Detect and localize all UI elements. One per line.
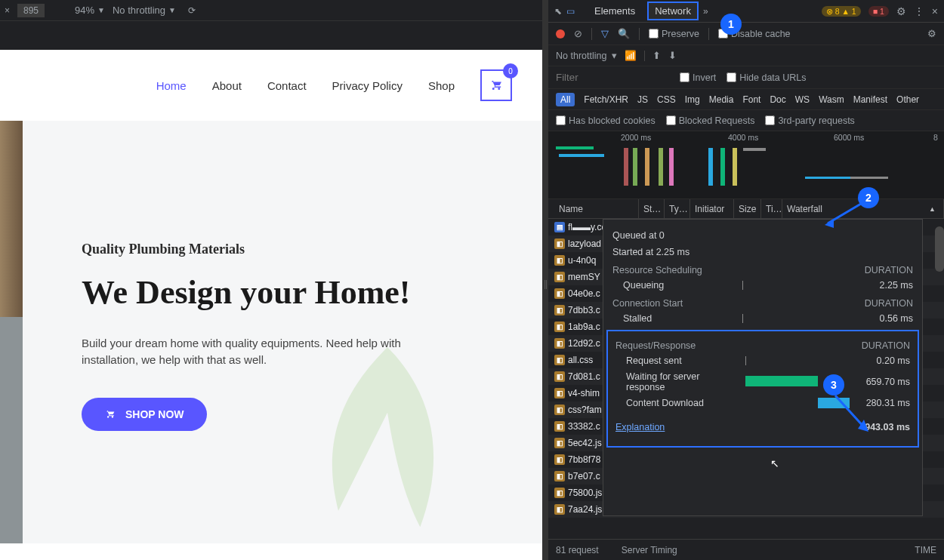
tick-4000: 4000 ms: [728, 133, 758, 142]
throttle-dropdown[interactable]: No throttling ▼: [113, 5, 176, 16]
cta-label: SHOP NOW: [125, 408, 184, 420]
queueing-value: 2.25 ms: [880, 280, 913, 291]
overview-timeline[interactable]: 2000 ms 4000 ms 6000 ms 8: [548, 131, 944, 199]
stylesheet-icon: ◧: [554, 322, 565, 332]
nav-about[interactable]: About: [212, 79, 242, 92]
type-doc[interactable]: Doc: [770, 94, 785, 105]
viewport-topbar: × 895 94% ▼ No throttling ▼ ⟳: [0, 0, 542, 21]
download-icon[interactable]: ⬇: [668, 50, 677, 61]
stylesheet-icon: ◧: [554, 421, 565, 432]
type-all[interactable]: All: [556, 93, 575, 106]
tick-2000: 2000 ms: [621, 133, 651, 142]
clear-icon[interactable]: ⊘: [574, 28, 582, 39]
kebab-icon[interactable]: ⋮: [914, 5, 924, 17]
cursor-icon: ↖: [770, 457, 779, 469]
annotation-2: 2: [858, 187, 879, 208]
gear-icon[interactable]: ⚙: [896, 5, 906, 17]
server-timing-label: Server Timing: [599, 545, 915, 555]
arrow-icon: [832, 392, 878, 438]
more-tabs-icon[interactable]: »: [703, 6, 708, 17]
stalled-value: 0.56 ms: [880, 313, 913, 324]
hero-side-image-2: [0, 317, 23, 543]
rotate-icon[interactable]: ⟳: [188, 5, 196, 16]
annotation-1: 1: [720, 14, 742, 35]
close-icon[interactable]: ×: [5, 5, 10, 16]
stylesheet-icon: ◧: [554, 288, 565, 299]
script-icon: ◧: [554, 454, 565, 465]
blocked-cookies-checkbox[interactable]: Has blocked cookies: [556, 115, 656, 126]
close-devtools-icon[interactable]: ×: [932, 5, 938, 17]
network-settings-icon[interactable]: ⚙: [927, 28, 936, 39]
explanation-link[interactable]: Explanation: [615, 422, 665, 432]
site-nav: Home About Contact Privacy Policy Shop 0: [0, 50, 542, 121]
time-label: TIME: [915, 545, 936, 555]
resource-scheduling-label: Resource Scheduling: [612, 265, 702, 275]
hide-urls-checkbox[interactable]: Hide data URLs: [727, 72, 806, 83]
leaf-decoration: [301, 347, 474, 543]
col-name[interactable]: Name: [554, 199, 639, 218]
warnings-badge[interactable]: ⊗ 8 ▲ 1: [822, 6, 861, 17]
stylesheet-icon: ◧: [554, 371, 565, 382]
script-icon: ◧: [554, 488, 565, 498]
width-input[interactable]: 895: [17, 4, 45, 17]
filter-icon[interactable]: ▽: [601, 28, 609, 39]
type-wasm[interactable]: Wasm: [819, 94, 844, 105]
col-time[interactable]: Ti…: [761, 199, 782, 218]
type-js[interactable]: JS: [637, 94, 648, 105]
errors-badge[interactable]: ■ 1: [868, 6, 889, 17]
annotation-3: 3: [823, 374, 844, 395]
document-icon: ▤: [554, 222, 565, 232]
blocked-requests-checkbox[interactable]: Blocked Requests: [666, 115, 755, 126]
waiting-label: Waiting for server response: [626, 371, 724, 392]
type-font[interactable]: Font: [742, 94, 760, 105]
col-size[interactable]: Size: [734, 199, 761, 218]
type-fetch[interactable]: Fetch/XHR: [584, 94, 628, 105]
tab-elements[interactable]: Elements: [587, 2, 643, 20]
timing-tooltip: Queued at 0 Started at 2.25 ms Resource …: [603, 219, 923, 516]
script-icon: ◧: [554, 255, 565, 266]
scrollbar-thumb[interactable]: [935, 226, 944, 272]
cart-badge: 0: [503, 63, 518, 78]
request-count: 81 request: [556, 545, 599, 555]
type-other[interactable]: Other: [896, 94, 919, 105]
device-toggle-icon[interactable]: ▭: [566, 6, 575, 17]
hero-headline: We Design your Home!: [82, 274, 444, 312]
type-ws[interactable]: WS: [795, 94, 810, 105]
col-status[interactable]: St…: [639, 199, 665, 218]
stylesheet-icon: ◧: [554, 305, 565, 315]
shop-now-button[interactable]: SHOP NOW: [82, 398, 207, 431]
stylesheet-icon: ◧: [554, 405, 565, 415]
stylesheet-icon: ◧: [554, 338, 565, 349]
record-icon[interactable]: [556, 29, 565, 38]
queueing-label: Queueing: [623, 280, 664, 291]
nav-privacy[interactable]: Privacy Policy: [332, 79, 403, 92]
preserve-log-checkbox[interactable]: Preserve: [649, 29, 699, 39]
script-icon: ◧: [554, 438, 565, 448]
arrow-icon: [823, 201, 864, 231]
search-icon[interactable]: 🔍: [618, 28, 630, 39]
inspect-icon[interactable]: ⬉: [554, 6, 562, 17]
wifi-icon[interactable]: 📶: [625, 50, 637, 61]
type-css[interactable]: CSS: [657, 94, 676, 105]
col-type[interactable]: Ty…: [665, 199, 690, 218]
script-icon: ◧: [554, 504, 565, 515]
filter-input[interactable]: [556, 72, 669, 83]
nav-contact[interactable]: Contact: [267, 79, 307, 92]
nav-shop[interactable]: Shop: [428, 79, 455, 92]
tab-network[interactable]: Network: [647, 2, 699, 20]
type-media[interactable]: Media: [709, 94, 734, 105]
throttling-dropdown[interactable]: No throttling ▾: [556, 50, 617, 61]
cart-button[interactable]: 0: [480, 69, 512, 101]
splitter-handle[interactable]: [542, 0, 548, 560]
upload-icon[interactable]: ⬆: [652, 50, 661, 61]
nav-home[interactable]: Home: [156, 79, 187, 92]
invert-checkbox[interactable]: Invert: [680, 72, 716, 83]
queued-label: Queued at 0: [612, 227, 913, 244]
zoom-dropdown[interactable]: 94% ▼: [75, 5, 105, 16]
type-img[interactable]: Img: [685, 94, 700, 105]
third-party-checkbox[interactable]: 3rd-party requests: [765, 115, 854, 126]
duration-label: DURATION: [865, 265, 913, 275]
svg-marker-0: [825, 219, 834, 228]
col-initiator[interactable]: Initiator: [690, 199, 734, 218]
type-manifest[interactable]: Manifest: [853, 94, 887, 105]
